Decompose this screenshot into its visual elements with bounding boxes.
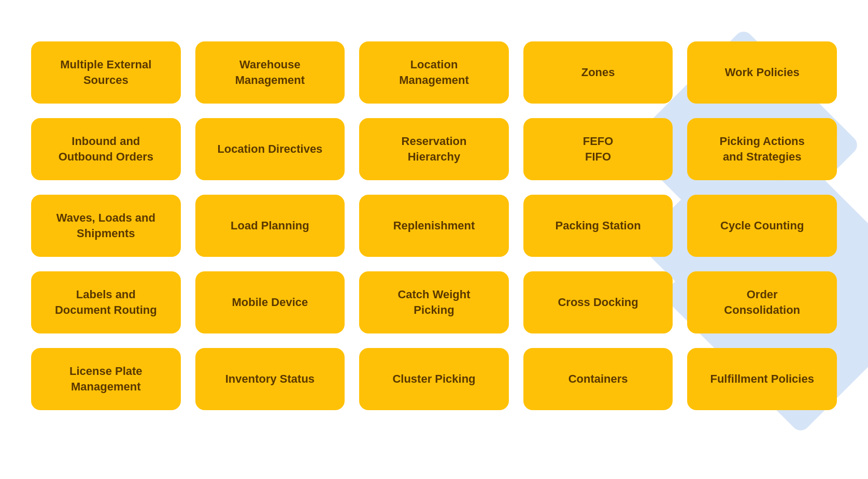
card-label-containers: Containers (568, 371, 628, 387)
card-label-work-policies: Work Policies (725, 65, 800, 80)
card-zones[interactable]: Zones (523, 41, 673, 104)
card-packing-station[interactable]: Packing Station (523, 195, 673, 257)
card-replenishment[interactable]: Replenishment (359, 195, 509, 257)
card-label-warehouse-management: WarehouseManagement (235, 57, 305, 88)
card-mobile-device[interactable]: Mobile Device (195, 271, 345, 333)
card-label-zones: Zones (581, 65, 615, 80)
card-label-replenishment: Replenishment (393, 218, 475, 234)
card-label-inventory-status: Inventory Status (225, 371, 315, 387)
card-label-order-consolidation: OrderConsolidation (724, 287, 800, 317)
card-grid: Multiple ExternalSourcesWarehouseManagem… (0, 0, 868, 479)
card-containers[interactable]: Containers (523, 348, 673, 410)
card-label-multiple-external-sources: Multiple ExternalSources (60, 57, 151, 88)
card-cycle-counting[interactable]: Cycle Counting (687, 195, 837, 257)
card-multiple-external-sources[interactable]: Multiple ExternalSources (31, 41, 181, 104)
card-label-location-directives: Location Directives (217, 141, 322, 157)
card-label-cycle-counting: Cycle Counting (720, 218, 804, 234)
card-label-inbound-outbound-orders: Inbound andOutbound Orders (59, 134, 153, 164)
card-label-picking-actions-strategies: Picking Actionsand Strategies (720, 134, 805, 164)
card-label-cross-docking: Cross Docking (558, 295, 638, 310)
card-labels-document-routing[interactable]: Labels andDocument Routing (31, 271, 181, 333)
card-catch-weight-picking[interactable]: Catch WeightPicking (359, 271, 509, 333)
card-label-fulfillment-policies: Fulfillment Policies (710, 371, 814, 387)
card-inbound-outbound-orders[interactable]: Inbound andOutbound Orders (31, 118, 181, 180)
card-cross-docking[interactable]: Cross Docking (523, 271, 673, 333)
card-location-directives[interactable]: Location Directives (195, 118, 345, 180)
card-label-license-plate-management: License PlateManagement (69, 364, 143, 394)
card-label-labels-document-routing: Labels andDocument Routing (55, 287, 157, 317)
card-label-cluster-picking: Cluster Picking (392, 371, 475, 387)
card-order-consolidation[interactable]: OrderConsolidation (687, 271, 837, 333)
card-load-planning[interactable]: Load Planning (195, 195, 345, 257)
card-label-fefo-fifo: FEFOFIFO (583, 134, 614, 164)
card-cluster-picking[interactable]: Cluster Picking (359, 348, 509, 410)
card-label-load-planning: Load Planning (231, 218, 309, 234)
card-work-policies[interactable]: Work Policies (687, 41, 837, 104)
card-fefo-fifo[interactable]: FEFOFIFO (523, 118, 673, 180)
card-label-packing-station: Packing Station (556, 218, 641, 234)
card-inventory-status[interactable]: Inventory Status (195, 348, 345, 410)
card-label-catch-weight-picking: Catch WeightPicking (397, 287, 470, 317)
card-label-waves-loads-shipments: Waves, Loads andShipments (56, 210, 155, 241)
card-location-management[interactable]: LocationManagement (359, 41, 509, 104)
card-fulfillment-policies[interactable]: Fulfillment Policies (687, 348, 837, 410)
card-label-mobile-device: Mobile Device (232, 295, 308, 310)
card-picking-actions-strategies[interactable]: Picking Actionsand Strategies (687, 118, 837, 180)
card-waves-loads-shipments[interactable]: Waves, Loads andShipments (31, 195, 181, 257)
card-license-plate-management[interactable]: License PlateManagement (31, 348, 181, 410)
card-label-location-management: LocationManagement (399, 57, 468, 88)
card-warehouse-management[interactable]: WarehouseManagement (195, 41, 345, 104)
card-reservation-hierarchy[interactable]: ReservationHierarchy (359, 118, 509, 180)
card-label-reservation-hierarchy: ReservationHierarchy (402, 134, 467, 164)
